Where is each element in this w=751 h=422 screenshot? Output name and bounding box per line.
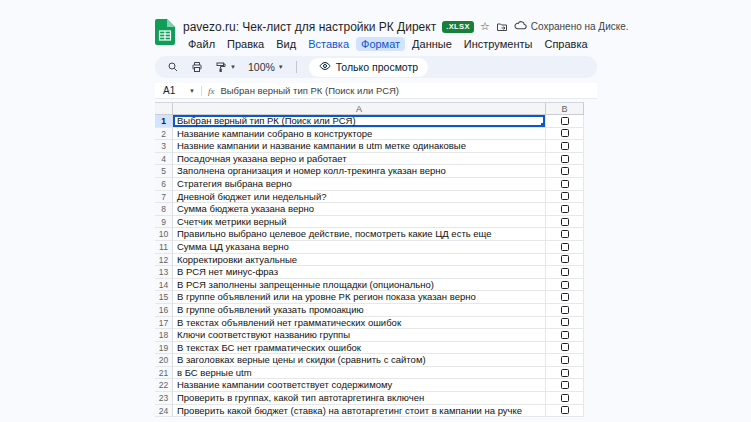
cell-a13[interactable]: В РСЯ нет минус-фраз	[173, 266, 546, 279]
column-header-b[interactable]: B	[546, 103, 584, 114]
cell-b24[interactable]	[546, 405, 584, 418]
checkbox-icon[interactable]	[561, 255, 569, 263]
cell-b22[interactable]	[546, 379, 584, 392]
checkbox-icon[interactable]	[561, 369, 569, 377]
cell-a10[interactable]: Правильно выбрано целевое действие, посм…	[173, 228, 546, 241]
row-number[interactable]: 19	[155, 342, 173, 355]
cell-b16[interactable]	[546, 304, 584, 317]
row-number[interactable]: 1	[155, 115, 173, 128]
menu-item-4[interactable]: Вставка	[303, 37, 354, 51]
cell-a14[interactable]: В РСЯ заполнены запрещенные площадки (оп…	[173, 279, 546, 292]
cell-a6[interactable]: Стратегия выбрана верно	[173, 178, 546, 191]
cell-b1[interactable]	[546, 115, 584, 128]
checkbox-icon[interactable]	[561, 306, 569, 314]
menu-item-1[interactable]: Файл	[183, 37, 220, 51]
checkbox-icon[interactable]	[561, 381, 569, 389]
cell-b15[interactable]	[546, 291, 584, 304]
select-all-corner[interactable]	[155, 103, 173, 114]
cell-a3[interactable]: Назвние кампании и название кампании в u…	[173, 140, 546, 153]
menu-item-2[interactable]: Правка	[222, 37, 269, 51]
row-number[interactable]: 8	[155, 203, 173, 216]
menu-item-6[interactable]: Данные	[407, 37, 457, 51]
name-box[interactable]: A1	[163, 85, 183, 96]
row-number[interactable]: 9	[155, 216, 173, 229]
sheets-logo-icon[interactable]	[155, 19, 175, 49]
cell-b20[interactable]	[546, 354, 584, 367]
row-number[interactable]: 6	[155, 178, 173, 191]
row-number[interactable]: 5	[155, 165, 173, 178]
menu-item-8[interactable]: Справка	[539, 37, 592, 51]
row-number[interactable]: 12	[155, 254, 173, 267]
cell-a23[interactable]: Проверить в группах, какой тип автотарге…	[173, 392, 546, 405]
cell-b19[interactable]	[546, 342, 584, 355]
checkbox-icon[interactable]	[561, 142, 569, 150]
zoom-control[interactable]: 100% ▼	[248, 61, 284, 73]
cell-a20[interactable]: В заголовках верные цены и скидки (сравн…	[173, 354, 546, 367]
checkbox-icon[interactable]	[561, 243, 569, 251]
cell-b21[interactable]	[546, 367, 584, 380]
cell-b8[interactable]	[546, 203, 584, 216]
cell-b4[interactable]	[546, 153, 584, 166]
cell-a12[interactable]: Корректировки актуальные	[173, 254, 546, 267]
row-number[interactable]: 15	[155, 291, 173, 304]
row-number[interactable]: 23	[155, 392, 173, 405]
cell-b3[interactable]	[546, 140, 584, 153]
checkbox-icon[interactable]	[561, 192, 569, 200]
row-number[interactable]: 21	[155, 367, 173, 380]
document-title[interactable]: pavezo.ru: Чек-лист для настройки РК Дир…	[183, 20, 436, 34]
cell-a21[interactable]: в БС верные utm	[173, 367, 546, 380]
row-number[interactable]: 11	[155, 241, 173, 254]
checkbox-icon[interactable]	[561, 281, 569, 289]
row-number[interactable]: 13	[155, 266, 173, 279]
cell-a2[interactable]: Название кампании собрано в конструкторе	[173, 128, 546, 141]
cell-a22[interactable]: Название кампании соответствует содержим…	[173, 379, 546, 392]
checkbox-icon[interactable]	[561, 318, 569, 326]
search-icon[interactable]	[167, 61, 179, 73]
cell-b14[interactable]	[546, 279, 584, 292]
cell-a11[interactable]: Сумма ЦД указана верно	[173, 241, 546, 254]
view-only-pill[interactable]: Только просмотр	[309, 58, 428, 77]
column-header-a[interactable]: A	[173, 103, 546, 114]
cell-a19[interactable]: В текстах БС нет грамматических ошибок	[173, 342, 546, 355]
cell-a15[interactable]: В группе объявлений или на уровне РК рег…	[173, 291, 546, 304]
cell-a4[interactable]: Посадочная указана верно и работает	[173, 153, 546, 166]
saved-status[interactable]: Сохранено на Диске.	[514, 19, 629, 34]
cell-a8[interactable]: Сумма бюджета указана верно	[173, 203, 546, 216]
checkbox-icon[interactable]	[561, 268, 569, 276]
cell-b18[interactable]	[546, 329, 584, 342]
checkbox-icon[interactable]	[561, 167, 569, 175]
menu-item-7[interactable]: Инструменты	[459, 37, 538, 51]
row-number[interactable]: 22	[155, 379, 173, 392]
cell-a17[interactable]: В текстах объявлений нет грамматических …	[173, 317, 546, 330]
row-number[interactable]: 17	[155, 317, 173, 330]
print-icon[interactable]	[191, 61, 203, 73]
checkbox-icon[interactable]	[561, 394, 569, 402]
star-icon[interactable]: ☆	[480, 21, 490, 32]
cell-b2[interactable]	[546, 128, 584, 141]
cell-a24[interactable]: Проверить какой бюджет (ставка) на автот…	[173, 405, 546, 418]
checkbox-icon[interactable]	[561, 180, 569, 188]
row-number[interactable]: 4	[155, 153, 173, 166]
cell-b6[interactable]	[546, 178, 584, 191]
checkbox-icon[interactable]	[561, 218, 569, 226]
checkbox-icon[interactable]	[561, 406, 569, 414]
cell-a5[interactable]: Заполнена организация и номер колл-треки…	[173, 165, 546, 178]
row-number[interactable]: 18	[155, 329, 173, 342]
checkbox-icon[interactable]	[561, 230, 569, 238]
row-number[interactable]: 20	[155, 354, 173, 367]
row-number[interactable]: 14	[155, 279, 173, 292]
cell-b13[interactable]	[546, 266, 584, 279]
checkbox-icon[interactable]	[561, 205, 569, 213]
row-number[interactable]: 10	[155, 228, 173, 241]
cell-b12[interactable]	[546, 254, 584, 267]
cell-b9[interactable]	[546, 216, 584, 229]
row-number[interactable]: 24	[155, 405, 173, 418]
checkbox-icon[interactable]	[561, 129, 569, 137]
cell-a9[interactable]: Счетчик метрики верный	[173, 216, 546, 229]
chevron-down-icon[interactable]: ▼	[189, 88, 195, 94]
cell-b7[interactable]	[546, 191, 584, 204]
formula-input[interactable]: Выбран верный тип РК (Поиск или РСЯ)	[220, 85, 399, 96]
row-number[interactable]: 16	[155, 304, 173, 317]
cell-a1[interactable]: Выбран верный тип РК (Поиск или РСЯ)	[173, 115, 546, 128]
cell-a16[interactable]: В группе объявлений указать промоакцию	[173, 304, 546, 317]
